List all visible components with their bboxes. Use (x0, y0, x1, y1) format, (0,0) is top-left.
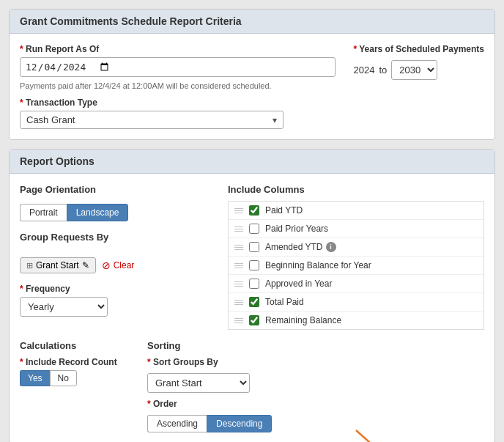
column-item: Remaining Balance (229, 312, 483, 329)
transaction-type-label: Transaction Type (20, 97, 284, 108)
include-columns-col: Include Columns Paid YTDPaid Prior Years… (228, 184, 484, 330)
column-checkbox[interactable] (249, 297, 259, 307)
calculations-label: Calculations (20, 340, 130, 351)
no-circle-icon: ⊘ (102, 259, 111, 271)
left-options-col: Page Orientation Portrait Landscape Grou… (20, 184, 210, 330)
orientation-group: Page Orientation Portrait Landscape (20, 184, 210, 221)
descending-button[interactable]: Descending (207, 415, 272, 432)
group-requests-row: ⊞ Grant Start ✎ ⊘ Clear (20, 257, 210, 273)
group-tag-label: Grant Start (36, 260, 79, 270)
tag-icon: ⊞ (26, 261, 33, 270)
run-report-label: Run Report As Of (20, 44, 336, 54)
date-input-wrap[interactable] (20, 57, 336, 77)
sort-by-label: Sort Groups By (147, 357, 484, 367)
info-icon[interactable]: i (326, 242, 336, 252)
year-from: 2024 (353, 65, 374, 75)
criteria-title: Grant Commitments Schedule Report Criter… (20, 15, 242, 27)
order-buttons: Ascending Descending (147, 415, 484, 432)
drag-handle-icon[interactable] (234, 263, 243, 268)
order-label: Order (147, 399, 484, 409)
group-tag-button[interactable]: ⊞ Grant Start ✎ (20, 257, 96, 273)
column-checkbox[interactable] (249, 260, 259, 270)
sort-by-select[interactable]: Grant Start Grant End Amount (147, 373, 250, 393)
page-wrapper: Grant Commitments Schedule Report Criter… (0, 0, 504, 442)
sort-by-group: Sort Groups By Grant Start Grant End Amo… (147, 357, 484, 393)
columns-list: Paid YTDPaid Prior YearsAmended YTDiBegi… (228, 201, 484, 330)
criteria-header: Grant Commitments Schedule Report Criter… (10, 10, 494, 34)
include-columns-label: Include Columns (228, 184, 484, 195)
edit-icon: ✎ (82, 260, 89, 270)
order-group: Order Ascending Descending (147, 399, 484, 432)
column-label: Remaining Balance (265, 315, 341, 325)
report-options-body: Page Orientation Portrait Landscape Grou… (10, 174, 494, 442)
hint-text: Payments paid after 12/4/24 at 12:00AM w… (20, 81, 336, 90)
column-label: Total Paid (265, 297, 304, 307)
column-label: Paid Prior Years (265, 224, 328, 234)
record-count-group: Include Record Count Yes No (20, 357, 130, 386)
frequency-label: Frequency (20, 284, 210, 294)
years-group: Years of Scheduled Payments 2024 to 2030… (353, 44, 484, 90)
column-item: Total Paid (229, 293, 483, 312)
portrait-button[interactable]: Portrait (20, 204, 67, 221)
drag-handle-icon[interactable] (234, 300, 243, 305)
transaction-type-select[interactable]: Cash Grant ▾ (20, 111, 284, 129)
date-input[interactable] (25, 61, 111, 73)
group-requests-label: Group Requests By (20, 232, 210, 243)
report-options-title: Report Options (20, 155, 94, 167)
run-report-group: Run Report As Of Payments paid after 12/… (20, 44, 336, 90)
column-item: Paid Prior Years (229, 220, 483, 238)
column-label: Amended YTDi (265, 242, 336, 252)
top-form-row: Run Report As Of Payments paid after 12/… (20, 44, 484, 90)
frequency-select[interactable]: Yearly Monthly Quarterly (20, 297, 108, 317)
years-row: 2024 to 2030 2031 2032 (353, 60, 484, 80)
frequency-group: Frequency Yearly Monthly Quarterly (20, 284, 210, 317)
orientation-label: Page Orientation (20, 184, 210, 195)
drag-handle-icon[interactable] (234, 226, 243, 232)
column-item: Beginning Balance for Year (229, 257, 483, 275)
clear-button[interactable]: ⊘ Clear (102, 259, 135, 271)
landscape-button[interactable]: Landscape (67, 204, 129, 221)
column-item: Paid YTD (229, 202, 483, 220)
sorting-section: Sorting Sort Groups By Grant Start Grant… (147, 340, 484, 432)
options-two-col: Page Orientation Portrait Landscape Grou… (20, 184, 484, 330)
column-checkbox[interactable] (249, 224, 259, 234)
criteria-card: Grant Commitments Schedule Report Criter… (9, 9, 495, 140)
year-to-select[interactable]: 2030 2031 2032 (391, 60, 437, 80)
column-item: Amended YTDi (229, 238, 483, 257)
column-label: Approved in Year (265, 279, 332, 289)
calculations-section: Calculations Include Record Count Yes No (20, 340, 130, 432)
report-options-card: Report Options Page Orientation Portrait… (9, 149, 495, 442)
transaction-type-group: Transaction Type Cash Grant ▾ (20, 97, 284, 129)
dropdown-arrow-icon: ▾ (273, 115, 277, 125)
column-item: Approved in Year (229, 275, 483, 293)
column-checkbox[interactable] (249, 315, 259, 325)
ascending-button[interactable]: Ascending (147, 415, 207, 432)
group-requests-group: Group Requests By ⊞ Grant Start ✎ ⊘ Clea… (20, 232, 210, 273)
clear-label: Clear (114, 260, 135, 270)
include-record-count-label: Include Record Count (20, 357, 130, 367)
years-label: Years of Scheduled Payments (353, 44, 484, 54)
column-label: Paid YTD (265, 205, 303, 216)
column-checkbox[interactable] (249, 242, 259, 252)
drag-handle-icon[interactable] (234, 208, 243, 213)
no-button[interactable]: No (50, 370, 77, 386)
bottom-row: Calculations Include Record Count Yes No… (20, 340, 484, 432)
orientation-buttons: Portrait Landscape (20, 204, 210, 221)
transaction-type-value: Cash Grant (26, 114, 75, 125)
column-label: Beginning Balance for Year (265, 260, 371, 270)
column-checkbox[interactable] (249, 279, 259, 289)
yes-button[interactable]: Yes (20, 370, 50, 386)
column-checkbox[interactable] (249, 205, 259, 216)
drag-handle-icon[interactable] (234, 318, 243, 323)
criteria-body: Run Report As Of Payments paid after 12/… (10, 34, 494, 139)
drag-handle-icon[interactable] (234, 245, 243, 250)
year-to-label: to (379, 65, 387, 75)
drag-handle-icon[interactable] (234, 281, 243, 287)
yn-buttons: Yes No (20, 370, 130, 386)
report-options-header: Report Options (10, 150, 494, 174)
sorting-label: Sorting (147, 340, 484, 351)
